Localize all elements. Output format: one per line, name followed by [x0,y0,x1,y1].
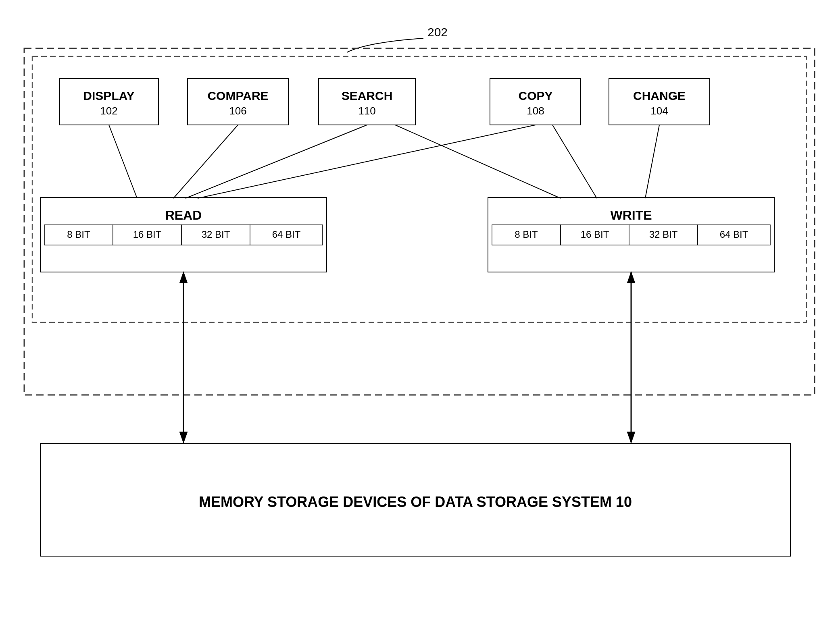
svg-line-45 [395,125,561,198]
svg-rect-8 [319,79,415,125]
svg-text:8 BIT: 8 BIT [515,229,538,240]
diagram-svg: 202 DISPLAY 102 COMPARE 106 SEARCH 110 C… [0,0,840,619]
svg-rect-48 [40,443,790,556]
svg-rect-29 [492,225,561,245]
svg-rect-33 [629,225,698,245]
svg-rect-17 [40,197,327,272]
svg-line-44 [645,125,659,198]
svg-text:108: 108 [527,105,544,117]
svg-text:110: 110 [358,105,375,117]
svg-text:106: 106 [229,105,246,117]
svg-rect-19 [44,225,113,245]
svg-rect-21 [113,225,181,245]
svg-rect-0 [24,48,815,395]
svg-text:64 BIT: 64 BIT [272,229,301,240]
svg-rect-11 [490,79,581,125]
svg-line-42 [198,125,536,198]
svg-text:16 BIT: 16 BIT [133,229,162,240]
svg-text:32 BIT: 32 BIT [649,229,678,240]
ref-label: 202 [427,25,448,39]
svg-text:CHANGE: CHANGE [633,89,686,102]
svg-text:64 BIT: 64 BIT [720,229,748,240]
page: 202 DISPLAY 102 COMPARE 106 SEARCH 110 C… [0,0,840,619]
svg-rect-2 [60,79,158,125]
svg-text:8 BIT: 8 BIT [67,229,90,240]
svg-rect-14 [609,79,710,125]
svg-text:DISPLAY: DISPLAY [83,89,134,102]
svg-line-43 [552,125,597,198]
svg-line-39 [109,125,137,198]
svg-text:WRITE: WRITE [610,208,652,222]
svg-rect-27 [488,197,774,272]
svg-rect-5 [188,79,288,125]
svg-rect-25 [250,225,323,245]
svg-text:READ: READ [165,208,202,222]
svg-text:32 BIT: 32 BIT [202,229,230,240]
svg-text:COMPARE: COMPARE [207,89,268,102]
svg-line-40 [173,125,238,198]
svg-text:SEARCH: SEARCH [342,89,393,102]
svg-rect-35 [698,225,770,245]
svg-text:102: 102 [100,105,117,117]
svg-rect-31 [561,225,629,245]
svg-rect-23 [181,225,250,245]
svg-line-41 [186,125,367,198]
svg-text:COPY: COPY [518,89,552,102]
svg-rect-1 [32,56,807,322]
svg-text:104: 104 [650,105,668,117]
svg-text:MEMORY STORAGE DEVICES OF DATA: MEMORY STORAGE DEVICES OF DATA STORAGE S… [199,494,632,510]
svg-text:16 BIT: 16 BIT [581,229,609,240]
